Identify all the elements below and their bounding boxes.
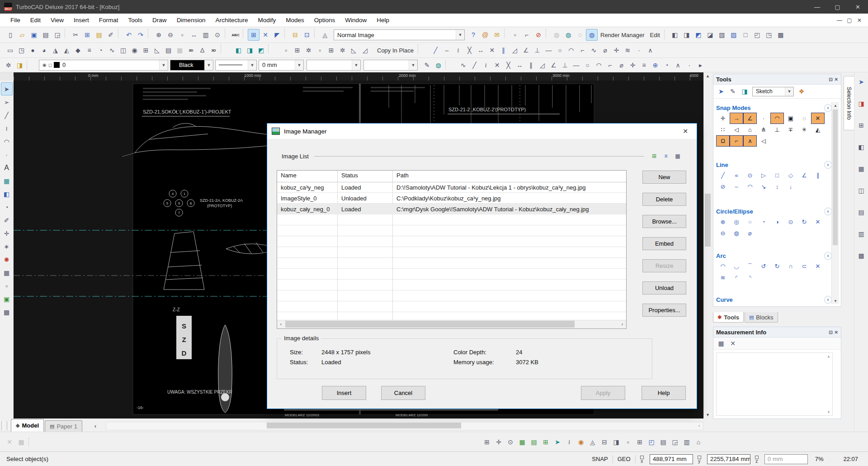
toolbar-icon[interactable] — [546, 29, 549, 38]
toolbar-icon[interactable]: ▤ — [93, 29, 105, 41]
primitive-tool-icon[interactable]: ◕ — [38, 44, 50, 56]
side-tool-icon[interactable]: ▫ — [1, 279, 13, 292]
modifier-tool-icon[interactable]: ✕ — [491, 59, 503, 71]
modifier-tool-icon[interactable]: ∠ — [548, 59, 559, 71]
dialog-side-button[interactable]: New — [642, 171, 686, 184]
primitive-tool-icon[interactable]: ◮ — [50, 44, 61, 56]
chevron-down-icon[interactable]: ▼ — [785, 87, 793, 96]
toolbar-icon[interactable]: ▣ — [28, 29, 40, 41]
menu-item[interactable]: File — [5, 17, 25, 24]
snap-tool-icon[interactable]: ↔ — [475, 44, 486, 56]
snap-tool-icon[interactable]: ∠ — [520, 44, 532, 56]
modifier-tool-icon[interactable]: · — [684, 59, 695, 71]
toolbar-icon[interactable] — [243, 29, 246, 38]
inspector-bar-icon[interactable]: ▤ — [528, 436, 540, 448]
side-tool-icon[interactable]: ➤ — [1, 82, 13, 95]
tab-scroll-left-icon[interactable]: ‹ — [90, 421, 101, 431]
snap-tool-icon[interactable]: ≋ — [622, 44, 633, 56]
line-tool-icon[interactable]: ◠ — [743, 181, 757, 192]
line-tool-icon[interactable]: ↓ — [784, 181, 797, 192]
modifier-tool-icon[interactable]: ◠ — [593, 59, 604, 71]
3d-tool-icon[interactable]: ▩ — [775, 29, 787, 41]
toolbar-icon[interactable] — [118, 29, 122, 38]
panel-tool-icon[interactable]: ✎ — [727, 86, 739, 97]
modifier-tool-icon[interactable]: ⊕ — [650, 59, 661, 71]
render-teapot-icon[interactable]: ◍ — [433, 59, 444, 71]
palette-select-combo[interactable]: Sketch▼ — [752, 87, 794, 96]
toolbar-icon[interactable]: ⊞ — [248, 29, 259, 41]
inspector-bar-icon[interactable]: ⊙ — [505, 436, 516, 448]
snap-toggle[interactable]: SNAP — [592, 456, 608, 462]
inspector-bar-icon[interactable]: ▥ — [681, 436, 693, 448]
modifier-tool-icon[interactable]: — — [571, 59, 582, 71]
snap-tool-icon[interactable]: ✕ — [486, 44, 498, 56]
toolbar-icon[interactable]: ◲ — [52, 29, 63, 41]
edge-tool-icon[interactable]: ◨ — [855, 98, 867, 109]
snap-mode-icon[interactable]: ⌐ — [730, 135, 743, 147]
toolbar-icon[interactable]: @ — [479, 29, 491, 41]
snap-tool-icon[interactable]: ╳ — [464, 44, 475, 56]
scroll-left-icon[interactable]: ‹ — [277, 320, 285, 328]
line-tool-icon[interactable]: ◇ — [784, 170, 797, 181]
snap-mode-icon[interactable]: ▣ — [784, 113, 797, 124]
table-header[interactable]: Name Status Path — [277, 171, 626, 182]
modifier-tool-icon[interactable]: ◿ — [537, 59, 548, 71]
render-mode-icon[interactable]: ◍ — [586, 29, 598, 41]
modifier-tool-icon[interactable]: ◔ — [661, 59, 672, 71]
circle-tool-icon[interactable]: ◔ — [757, 216, 770, 228]
circle-tool-icon[interactable]: ◍ — [730, 228, 743, 239]
modifier-tool-icon[interactable]: ↔ — [514, 59, 525, 71]
inspector-bar-icon[interactable]: ⌂ — [693, 436, 704, 448]
layers-icon[interactable]: ◨ — [14, 59, 25, 71]
modifier-tool-icon[interactable]: ∿ — [458, 59, 469, 71]
snap-tool-icon[interactable]: ○ — [554, 44, 566, 56]
side-tool-icon[interactable]: ▦ — [1, 266, 13, 279]
snap-tool-icon[interactable]: · — [633, 44, 645, 56]
snap-mode-icon[interactable]: ⋔ — [757, 124, 770, 135]
side-tool-icon[interactable]: ╱ — [1, 109, 13, 122]
menu-item[interactable]: Dimension — [172, 17, 211, 24]
line-tool-icon[interactable]: ▷ — [757, 170, 770, 181]
array-tool-icon[interactable]: ⊞ — [326, 44, 337, 56]
inspector-bar-icon[interactable]: ⊞ — [540, 436, 552, 448]
primitive-tool-icon[interactable]: ≡ — [84, 44, 95, 56]
3d-tool-icon[interactable]: ▨ — [728, 29, 740, 41]
snap-mode-icon[interactable]: → — [730, 113, 743, 124]
array-tool-icon[interactable]: ⊞ — [292, 44, 303, 56]
toolbar-icon[interactable]: ⌐ — [521, 29, 533, 41]
chevron-down-icon[interactable]: ▼ — [352, 60, 360, 70]
primitive-tool-icon[interactable]: ◺ — [151, 44, 163, 56]
panel-pin-icon[interactable]: ⊡ — [829, 77, 832, 82]
inspector-bar-icon[interactable]: ◰ — [646, 436, 657, 448]
menu-item[interactable]: Modify — [253, 17, 281, 24]
menu-item[interactable]: Options — [309, 17, 340, 24]
arc-tool-icon[interactable]: ↺ — [757, 261, 770, 272]
primitive-tool-icon[interactable]: ◭ — [61, 44, 72, 56]
close-button[interactable]: ✕ — [848, 0, 868, 14]
array-tool-icon[interactable]: ▫ — [280, 44, 292, 56]
snap-tool-icon[interactable]: – — [441, 44, 453, 56]
modifier-tool-icon[interactable]: ∧ — [672, 59, 684, 71]
collapse-chevron-icon[interactable]: ∧ — [824, 104, 832, 112]
apply-button[interactable]: Apply — [581, 386, 625, 400]
chevron-down-icon[interactable]: ▼ — [204, 60, 213, 70]
mdi-close-icon[interactable]: ✕ — [854, 17, 864, 24]
arc-tool-icon[interactable]: ∩ — [784, 261, 797, 272]
edge-tool-icon[interactable]: ▦ — [855, 163, 867, 175]
dialog-side-button[interactable]: Resize — [642, 259, 686, 272]
inspector-bar-icon[interactable]: ◲ — [669, 436, 681, 448]
3d-tool-icon[interactable]: ◳ — [763, 29, 775, 41]
toolbar-icon[interactable]: ↷ — [135, 29, 146, 41]
table-scroll-thumb[interactable] — [285, 321, 575, 328]
primitive-tool-icon[interactable]: ⊞ — [140, 44, 151, 56]
modifier-tool-icon[interactable]: ⌐ — [604, 59, 616, 71]
toolbar-icon[interactable]: ⊡ — [301, 29, 313, 41]
primitive-tool-icon[interactable]: ▭ — [5, 44, 16, 56]
y-coordinate-field[interactable]: 2255,7184 mm — [707, 454, 750, 464]
snap-tool-icon[interactable]: ◿ — [509, 44, 520, 56]
arc-tool-icon[interactable]: ⌒ — [743, 261, 757, 272]
line-tool-icon[interactable]: ⊙ — [743, 170, 757, 181]
side-tool-icon[interactable]: ◔ — [1, 200, 13, 214]
edge-tool-icon[interactable]: ▤ — [855, 206, 867, 218]
inspector-bar-icon[interactable]: ➤ — [552, 436, 563, 448]
